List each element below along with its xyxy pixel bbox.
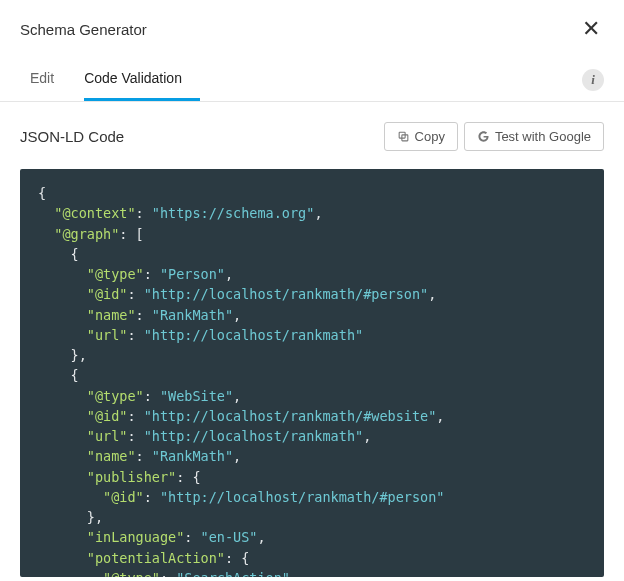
tab-edit[interactable]: Edit [20, 58, 72, 101]
copy-button-label: Copy [415, 129, 445, 144]
close-icon: ✕ [582, 16, 600, 41]
code-content: { "@context": "https://schema.org", "@gr… [20, 169, 604, 577]
modal-header: Schema Generator ✕ [0, 0, 624, 58]
info-icon: i [591, 72, 595, 88]
test-google-button-label: Test with Google [495, 129, 591, 144]
copy-button[interactable]: Copy [384, 122, 458, 151]
code-viewer[interactable]: { "@context": "https://schema.org", "@gr… [20, 169, 604, 577]
info-button[interactable]: i [582, 69, 604, 91]
section-title: JSON-LD Code [20, 128, 124, 145]
button-group: Copy Test with Google [384, 122, 604, 151]
toolbar: JSON-LD Code Copy Test with Google [0, 102, 624, 163]
tab-code-validation[interactable]: Code Validation [84, 58, 200, 101]
test-google-button[interactable]: Test with Google [464, 122, 604, 151]
modal-title: Schema Generator [20, 21, 147, 38]
google-icon [477, 130, 490, 143]
copy-icon [397, 130, 410, 143]
tabs-row: Edit Code Validation i [0, 58, 624, 102]
close-button[interactable]: ✕ [578, 14, 604, 44]
